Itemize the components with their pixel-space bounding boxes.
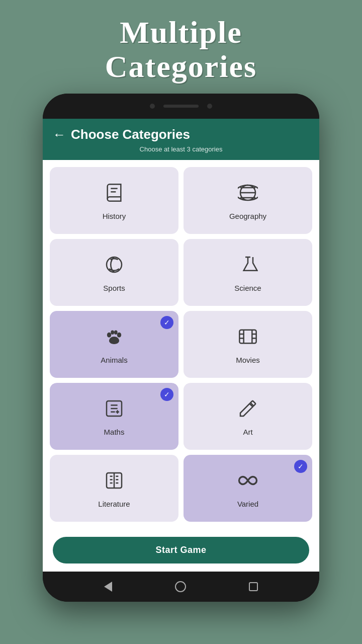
literature-icon [104, 470, 124, 496]
category-card-animals[interactable]: Animals✓ [50, 311, 178, 378]
history-icon [104, 183, 124, 208]
app-header: ← Choose Categories Choose at least 3 ca… [43, 119, 319, 160]
notch-area [43, 94, 319, 119]
category-card-maths[interactable]: Maths✓ [50, 383, 178, 450]
science-label: Science [234, 284, 261, 292]
geography-icon [238, 183, 258, 208]
maths-check-badge: ✓ [160, 388, 173, 401]
history-label: History [103, 212, 126, 220]
svg-point-4 [117, 333, 121, 338]
art-icon [238, 398, 258, 424]
phone-bottom-nav [43, 572, 319, 602]
varied-check-badge: ✓ [294, 460, 307, 473]
recent-nav-icon[interactable] [249, 582, 258, 591]
page-title: Multiple Categories [105, 15, 257, 84]
maths-icon [104, 398, 124, 424]
animals-label: Animals [101, 356, 127, 364]
header-title: Choose Categories [71, 127, 190, 142]
category-card-science[interactable]: Science [184, 239, 312, 306]
category-card-sports[interactable]: Sports [50, 239, 178, 306]
science-icon [238, 255, 258, 280]
art-label: Art [243, 428, 252, 436]
category-card-geography[interactable]: Geography [184, 167, 312, 234]
categories-grid: HistoryGeographySportsScienceAnimals✓Mov… [43, 160, 319, 529]
svg-rect-7 [239, 330, 256, 344]
back-nav-icon[interactable] [104, 582, 112, 592]
category-card-varied[interactable]: Varied✓ [184, 455, 312, 522]
varied-label: Varied [237, 500, 258, 508]
back-button[interactable]: ← [53, 127, 66, 142]
sports-icon [104, 255, 124, 280]
movies-label: Movies [236, 356, 260, 364]
animals-check-badge: ✓ [160, 316, 173, 329]
start-game-button[interactable]: Start Game [53, 537, 309, 564]
category-card-art[interactable]: Art [184, 383, 312, 450]
header-subtitle: Choose at least 3 categories [140, 145, 223, 153]
svg-point-6 [114, 331, 118, 335]
category-card-movies[interactable]: Movies [184, 311, 312, 378]
home-nav-icon[interactable] [175, 581, 186, 592]
svg-point-5 [111, 331, 114, 335]
movies-icon [238, 327, 258, 352]
category-card-history[interactable]: History [50, 167, 178, 234]
start-button-area: Start Game [43, 529, 319, 572]
literature-label: Literature [98, 500, 130, 508]
maths-label: Maths [104, 428, 125, 436]
varied-icon [238, 470, 258, 496]
phone-frame: ← Choose Categories Choose at least 3 ca… [43, 94, 319, 602]
svg-point-3 [107, 333, 111, 338]
sports-label: Sports [103, 284, 125, 292]
category-card-literature[interactable]: Literature [50, 455, 178, 522]
geography-label: Geography [229, 212, 266, 220]
phone-screen: ← Choose Categories Choose at least 3 ca… [43, 119, 319, 572]
animals-icon [104, 327, 124, 352]
